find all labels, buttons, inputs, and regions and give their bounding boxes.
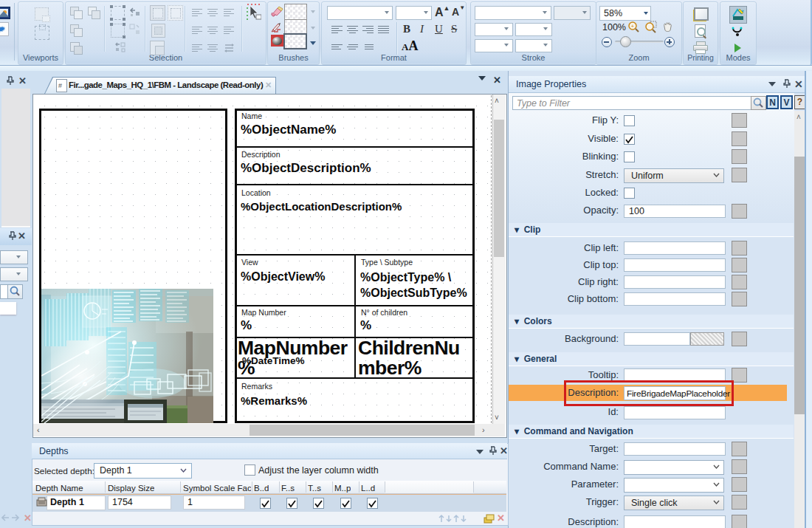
svg-text:+: + <box>631 23 635 30</box>
